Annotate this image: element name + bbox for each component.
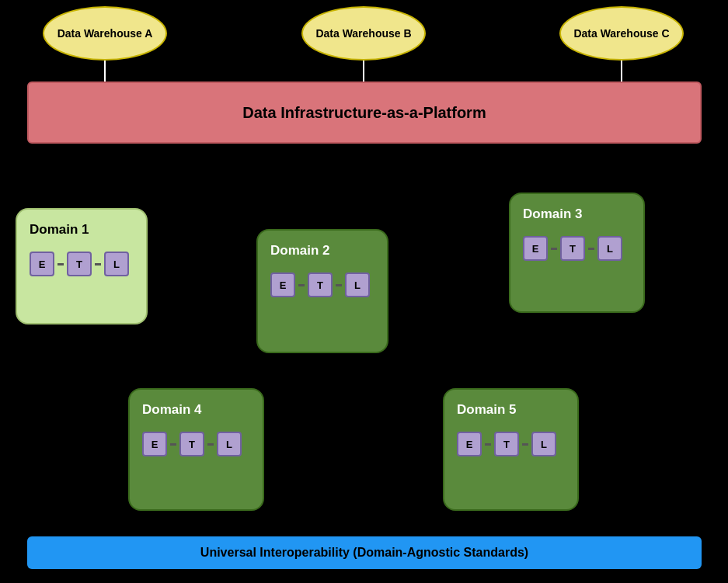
domain-2-title: Domain 2 xyxy=(270,243,374,259)
domain-4: Domain 4 E T L xyxy=(128,388,264,511)
domain-1-t-block: T xyxy=(67,252,92,276)
domain-5-e-block: E xyxy=(457,432,482,456)
connector xyxy=(485,443,491,446)
connector xyxy=(551,248,557,250)
domain-1: Domain 1 E T L xyxy=(16,208,148,324)
domain-2-t-block: T xyxy=(308,272,333,297)
connector xyxy=(298,284,305,286)
connector xyxy=(588,248,594,250)
warehouse-c-label: Data Warehouse C xyxy=(573,27,669,40)
warehouse-b: Data Warehouse B xyxy=(301,6,426,61)
main-canvas: Data Warehouse A Data Warehouse B Data W… xyxy=(0,0,728,583)
domain-2-etl: E T L xyxy=(270,272,374,297)
domain-5-title: Domain 5 xyxy=(457,402,565,418)
domain-4-etl: E T L xyxy=(142,432,250,456)
domain-1-title: Domain 1 xyxy=(30,222,134,238)
connector xyxy=(522,443,528,446)
domain-5: Domain 5 E T L xyxy=(443,388,579,511)
warehouse-b-label: Data Warehouse B xyxy=(315,27,411,40)
domain-2-e-block: E xyxy=(270,272,295,297)
domain-5-l-block: L xyxy=(531,432,556,456)
domain-4-t-block: T xyxy=(179,432,204,456)
domain-2: Domain 2 E T L xyxy=(256,229,388,353)
warehouse-a: Data Warehouse A xyxy=(43,6,167,61)
connector xyxy=(57,263,64,265)
infra-banner: Data Infrastructure-as-a-Platform xyxy=(27,82,702,144)
domain-2-l-block: L xyxy=(345,272,370,297)
domain-4-title: Domain 4 xyxy=(142,402,250,418)
domain-1-e-block: E xyxy=(30,252,54,276)
warehouse-a-label: Data Warehouse A xyxy=(57,27,153,40)
domain-4-e-block: E xyxy=(142,432,167,456)
domain-3-title: Domain 3 xyxy=(523,206,631,222)
domain-3-e-block: E xyxy=(523,236,548,261)
connector xyxy=(336,284,342,286)
universal-bar-label: Universal Interoperability (Domain-Agnos… xyxy=(200,546,528,560)
domain-1-l-block: L xyxy=(104,252,129,276)
domain-5-t-block: T xyxy=(494,432,519,456)
domain-3-t-block: T xyxy=(560,236,585,261)
domain-3: Domain 3 E T L xyxy=(509,193,645,313)
universal-bar: Universal Interoperability (Domain-Agnos… xyxy=(27,536,702,569)
connector xyxy=(95,263,101,265)
connector xyxy=(170,443,176,446)
domain-1-etl: E T L xyxy=(30,252,134,276)
connector xyxy=(207,443,214,446)
domain-3-l-block: L xyxy=(597,236,622,261)
infra-banner-label: Data Infrastructure-as-a-Platform xyxy=(242,104,486,122)
domain-3-etl: E T L xyxy=(523,236,631,261)
warehouse-c: Data Warehouse C xyxy=(559,6,684,61)
domain-4-l-block: L xyxy=(217,432,242,456)
domain-5-etl: E T L xyxy=(457,432,565,456)
